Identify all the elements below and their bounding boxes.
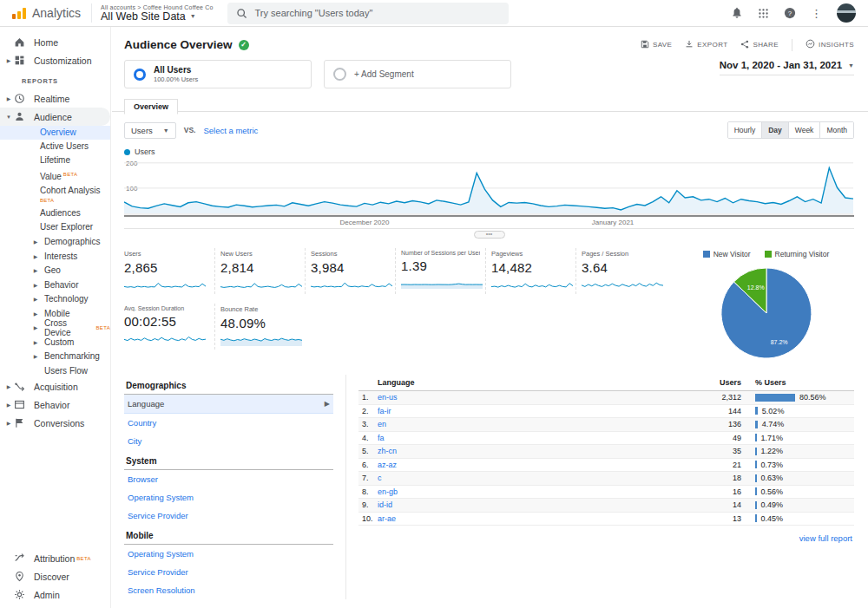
language-link[interactable]: c [378, 474, 679, 482]
explorer-item-demographics-city[interactable]: City [124, 432, 333, 450]
apps-grid-icon[interactable] [758, 8, 769, 19]
metric-row: Users2,865New Users2,814Sessions3,984Num… [124, 248, 673, 294]
sidebar-item-users-flow[interactable]: Users Flow [0, 363, 110, 378]
search-input[interactable]: Try searching "Users today" [227, 3, 509, 24]
bell-icon[interactable] [731, 7, 743, 19]
sidebar-item-active-users[interactable]: Active Users [0, 140, 110, 154]
sidebar-item-cohort-analysis[interactable]: Cohort AnalysisBETA [0, 184, 110, 206]
language-link[interactable]: fa-ir [378, 407, 679, 415]
analytics-logo-icon[interactable] [12, 8, 26, 19]
explorer-item-demographics-language[interactable]: Language▶ [124, 395, 333, 414]
language-table: Language Users % Users 1.en-us2,31280.56… [346, 375, 854, 599]
metric-label: Number of Sessions per User [401, 250, 480, 256]
timeline-range-handle[interactable]: ••• [474, 231, 505, 239]
col-header-pct-users[interactable]: % Users [741, 378, 854, 387]
granularity-hourly-button[interactable]: Hourly [728, 122, 762, 138]
language-link[interactable]: az-az [378, 461, 679, 469]
sidebar-item-customization[interactable]: ▶Customization [0, 51, 110, 69]
sidebar-item-overview[interactable]: Overview [0, 126, 110, 140]
language-link[interactable]: en [378, 420, 679, 428]
explorer-item-mobile-screen-resolution[interactable]: Screen Resolution [124, 581, 333, 599]
tab-overview[interactable]: Overview [124, 99, 178, 114]
col-header-language[interactable]: Language [358, 378, 679, 387]
date-range-selector[interactable]: Nov 1, 2020 - Jan 31, 2021 ▼ [720, 60, 854, 75]
metric-card-users[interactable]: Users2,865 [124, 248, 214, 294]
insights-button[interactable]: INSIGHTS [806, 39, 854, 50]
pie-legend-new-visitor[interactable]: New Visitor [703, 250, 751, 258]
sidebar-item-demographics[interactable]: ▶Demographics [0, 234, 110, 249]
col-header-users[interactable]: Users [679, 378, 741, 387]
sparkline-chart [582, 277, 663, 291]
sidebar-item-conversions[interactable]: ▶Conversions [0, 414, 110, 432]
sidebar-item-technology[interactable]: ▶Technology [0, 291, 110, 306]
view-full-report-link[interactable]: view full report [358, 526, 854, 543]
share-button[interactable]: SHARE [740, 40, 779, 50]
pct-users-cell: 4.74% [741, 420, 854, 428]
language-link[interactable]: en-gb [378, 487, 679, 496]
explorer-item-demographics-country[interactable]: Country [124, 414, 333, 432]
sidebar-item-audiences[interactable]: Audiences [0, 206, 110, 220]
save-button[interactable]: SAVE [641, 40, 672, 50]
metric-card-pages-session[interactable]: Pages / Session3.64 [575, 248, 666, 294]
visitor-type-pie-chart[interactable]: 87.2%12.8% [718, 264, 815, 361]
sidebar-item-user-explorer[interactable]: User Explorer [0, 220, 110, 234]
users-value: 49 [679, 434, 741, 442]
select-metric-link[interactable]: Select a metric [203, 126, 258, 135]
pct-value: 0.56% [761, 487, 784, 496]
sidebar-item-admin[interactable]: Admin [0, 585, 110, 604]
sidebar-item-discover[interactable]: Discover [0, 567, 110, 585]
sidebar-item-home[interactable]: Home [0, 33, 110, 51]
explorer-item-label: City [128, 436, 141, 446]
explorer-item-system-browser[interactable]: Browser [124, 470, 333, 488]
sidebar-item-audience[interactable]: ▼Audience [0, 108, 110, 126]
explorer-item-system-operating-system[interactable]: Operating System [124, 488, 333, 507]
add-segment-label: + Add Segment [354, 69, 414, 79]
granularity-month-button[interactable]: Month [819, 122, 853, 138]
metric-card-sessions[interactable]: Sessions3,984 [305, 248, 395, 294]
metric-card-number-of-sessions-per-user[interactable]: Number of Sessions per User1.39 [395, 248, 485, 294]
sidebar-item-behavior[interactable]: ▶Behavior [0, 278, 110, 292]
more-vertical-icon[interactable]: ⋮ [811, 7, 822, 20]
sidebar-item-attribution[interactable]: AttributionBETA [0, 549, 110, 567]
sidebar-item-acquisition[interactable]: ▶Acquisition [0, 377, 110, 396]
granularity-week-button[interactable]: Week [788, 122, 820, 138]
sidebar-item-geo[interactable]: ▶Geo [0, 263, 110, 278]
sidebar-item-benchmarking[interactable]: ▶Benchmarking [0, 349, 110, 363]
timeline-range-track[interactable] [124, 215, 854, 217]
explorer-item-mobile-operating-system[interactable]: Operating System [124, 545, 333, 563]
pie-legend-returning-visitor[interactable]: Returning Visitor [765, 250, 830, 258]
add-segment-button[interactable]: + Add Segment [324, 60, 511, 88]
sidebar-item-behavior[interactable]: ▶Behavior [0, 396, 110, 414]
pct-users-cell: 0.56% [741, 487, 854, 496]
metric-card-new-users[interactable]: New Users2,814 [214, 248, 305, 294]
metric-select-dropdown[interactable]: Users ▼ [124, 122, 176, 139]
metric-card-bounce-rate[interactable]: Bounce Rate48.09% [214, 304, 305, 350]
sidebar-item-cross-device[interactable]: ▶Cross DeviceBETA [0, 320, 110, 335]
segment-all-users[interactable]: All Users 100.00% Users [124, 60, 312, 88]
export-button[interactable]: EXPORT [685, 40, 727, 50]
sidebar-item-interests[interactable]: ▶Interests [0, 249, 110, 264]
explorer-item-system-service-provider[interactable]: Service Provider [124, 507, 333, 525]
language-link[interactable]: en-us [378, 393, 679, 402]
search-icon [236, 8, 247, 19]
metric-card-avg-session-duration[interactable]: Avg. Session Duration00:02:55 [124, 304, 214, 350]
metric-card-pageviews[interactable]: Pageviews14,482 [485, 248, 575, 294]
explorer-item-mobile-service-provider[interactable]: Service Provider [124, 563, 333, 581]
help-icon[interactable]: ? [784, 7, 796, 19]
sidebar-item-realtime[interactable]: ▶Realtime [0, 89, 110, 108]
language-link[interactable]: zh-cn [378, 447, 679, 455]
account-selector[interactable]: All accounts > Coffee Hound Coffee Co Al… [101, 4, 214, 23]
sparkline-chart [401, 275, 483, 289]
language-link[interactable]: id-id [378, 500, 679, 509]
sidebar-item-label: Active Users [40, 141, 89, 151]
avatar[interactable] [837, 3, 856, 23]
sidebar-item-lifetime-value[interactable]: Lifetime ValueBETA [0, 154, 110, 184]
language-link[interactable]: ar-ae [378, 514, 679, 523]
users-timeseries-chart[interactable]: 100200December 2020January 2021••• [124, 158, 854, 241]
language-link[interactable]: fa [378, 434, 679, 442]
discover-icon [14, 571, 26, 583]
granularity-day-button[interactable]: Day [761, 122, 788, 138]
sidebar-item-custom[interactable]: ▶Custom [0, 335, 110, 350]
pct-bar [755, 514, 757, 522]
action-label: EXPORT [697, 41, 727, 49]
